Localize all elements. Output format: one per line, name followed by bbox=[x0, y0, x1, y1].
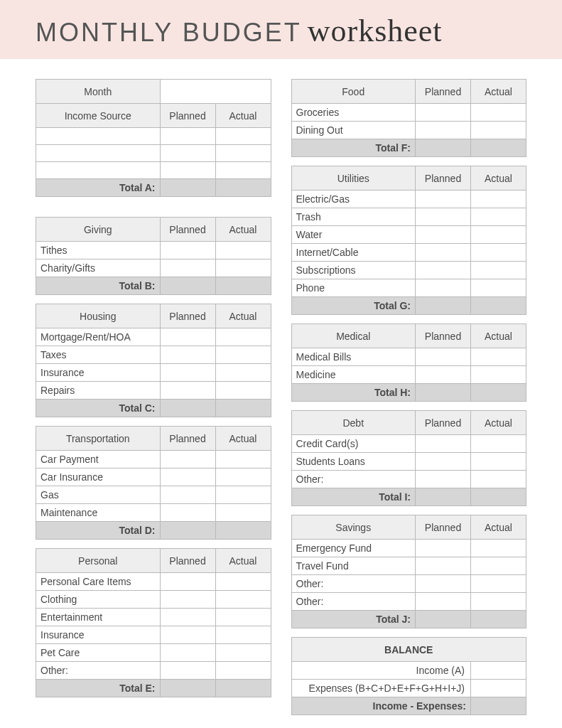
income-row[interactable] bbox=[36, 162, 161, 179]
line-item-planned[interactable] bbox=[160, 644, 215, 662]
category-total-actual[interactable] bbox=[471, 611, 526, 628]
line-item-planned[interactable] bbox=[416, 279, 471, 297]
planned-header: Planned bbox=[416, 411, 471, 435]
category-total-planned[interactable] bbox=[416, 384, 471, 402]
line-item-actual[interactable] bbox=[215, 573, 271, 591]
line-item-planned[interactable] bbox=[416, 244, 471, 262]
line-item-planned[interactable] bbox=[416, 453, 471, 471]
line-item-actual[interactable] bbox=[215, 469, 271, 486]
line-item-actual[interactable] bbox=[471, 575, 526, 593]
line-item-planned[interactable] bbox=[416, 262, 471, 279]
line-item-actual[interactable] bbox=[471, 191, 526, 208]
category-total-actual[interactable] bbox=[471, 139, 526, 157]
category-total-planned[interactable] bbox=[416, 611, 471, 628]
line-item-planned[interactable] bbox=[160, 346, 215, 364]
category-total-actual[interactable] bbox=[215, 680, 271, 697]
line-item-planned[interactable] bbox=[416, 557, 471, 575]
line-item-actual[interactable] bbox=[471, 122, 526, 139]
line-item-actual[interactable] bbox=[471, 471, 526, 488]
category-total-actual[interactable] bbox=[215, 277, 271, 295]
line-item-planned[interactable] bbox=[416, 435, 471, 453]
line-item-actual[interactable] bbox=[471, 104, 526, 122]
category-total-planned[interactable] bbox=[416, 139, 471, 157]
line-item-planned[interactable] bbox=[160, 242, 215, 259]
category-total-actual[interactable] bbox=[471, 488, 526, 506]
income-row[interactable] bbox=[36, 145, 161, 162]
line-item-planned[interactable] bbox=[160, 328, 215, 346]
category-total-planned[interactable] bbox=[416, 297, 471, 315]
income-row[interactable] bbox=[36, 128, 161, 145]
line-item-actual[interactable] bbox=[471, 226, 526, 244]
line-item-actual[interactable] bbox=[215, 504, 271, 522]
balance-income-value[interactable] bbox=[471, 662, 526, 680]
line-item-planned[interactable] bbox=[160, 573, 215, 591]
line-item-planned[interactable] bbox=[416, 471, 471, 488]
line-item-planned[interactable] bbox=[416, 122, 471, 139]
income-total-actual[interactable] bbox=[215, 179, 271, 197]
line-item-planned[interactable] bbox=[160, 609, 215, 626]
category-total-actual[interactable] bbox=[215, 522, 271, 540]
line-item-actual[interactable] bbox=[471, 244, 526, 262]
line-item-actual[interactable] bbox=[471, 593, 526, 611]
line-item-label: Phone bbox=[291, 279, 416, 297]
line-item-actual[interactable] bbox=[215, 328, 271, 346]
category-total-planned[interactable] bbox=[160, 277, 215, 295]
category-total-planned[interactable] bbox=[416, 488, 471, 506]
category-total-actual[interactable] bbox=[471, 297, 526, 315]
line-item-actual[interactable] bbox=[215, 591, 271, 609]
line-item-planned[interactable] bbox=[416, 366, 471, 384]
line-item-actual[interactable] bbox=[215, 242, 271, 259]
line-item-planned[interactable] bbox=[160, 504, 215, 522]
line-item-actual[interactable] bbox=[215, 626, 271, 644]
balance-title: BALANCE bbox=[291, 638, 526, 662]
line-item-planned[interactable] bbox=[160, 626, 215, 644]
line-item-actual[interactable] bbox=[471, 279, 526, 297]
line-item-planned[interactable] bbox=[160, 469, 215, 486]
line-item-actual[interactable] bbox=[471, 435, 526, 453]
line-item-planned[interactable] bbox=[416, 575, 471, 593]
line-item-actual[interactable] bbox=[215, 486, 271, 504]
month-value[interactable] bbox=[160, 80, 271, 104]
line-item-label: Gas bbox=[36, 486, 161, 504]
line-item-actual[interactable] bbox=[215, 364, 271, 382]
line-item-actual[interactable] bbox=[215, 662, 271, 680]
line-item-actual[interactable] bbox=[215, 346, 271, 364]
line-item-planned[interactable] bbox=[416, 104, 471, 122]
category-total-actual[interactable] bbox=[215, 400, 271, 417]
line-item-label: Insurance bbox=[36, 364, 161, 382]
category-total-actual[interactable] bbox=[471, 384, 526, 402]
line-item-planned[interactable] bbox=[160, 382, 215, 400]
line-item-actual[interactable] bbox=[471, 208, 526, 226]
line-item-planned[interactable] bbox=[416, 208, 471, 226]
line-item-planned[interactable] bbox=[160, 486, 215, 504]
line-item-actual[interactable] bbox=[215, 259, 271, 277]
line-item-actual[interactable] bbox=[471, 262, 526, 279]
line-item-planned[interactable] bbox=[160, 259, 215, 277]
line-item-actual[interactable] bbox=[215, 451, 271, 469]
line-item-planned[interactable] bbox=[416, 348, 471, 366]
line-item-actual[interactable] bbox=[471, 348, 526, 366]
line-item-planned[interactable] bbox=[160, 591, 215, 609]
line-item-actual[interactable] bbox=[471, 557, 526, 575]
line-item-planned[interactable] bbox=[416, 593, 471, 611]
line-item-actual[interactable] bbox=[215, 382, 271, 400]
line-item-actual[interactable] bbox=[215, 644, 271, 662]
category-total-planned[interactable] bbox=[160, 522, 215, 540]
income-total-planned[interactable] bbox=[160, 179, 215, 197]
line-item-label: Water bbox=[291, 226, 416, 244]
line-item-planned[interactable] bbox=[160, 364, 215, 382]
balance-expenses-value[interactable] bbox=[471, 680, 526, 697]
line-item-actual[interactable] bbox=[471, 453, 526, 471]
line-item-actual[interactable] bbox=[471, 366, 526, 384]
line-item-actual[interactable] bbox=[215, 609, 271, 626]
line-item-planned[interactable] bbox=[160, 662, 215, 680]
line-item-planned[interactable] bbox=[416, 226, 471, 244]
category-total-planned[interactable] bbox=[160, 400, 215, 417]
line-item-planned[interactable] bbox=[416, 540, 471, 557]
category-total-planned[interactable] bbox=[160, 680, 215, 697]
line-item-planned[interactable] bbox=[416, 191, 471, 208]
line-item-actual[interactable] bbox=[471, 540, 526, 557]
line-item-planned[interactable] bbox=[160, 451, 215, 469]
balance-net-value[interactable] bbox=[471, 697, 526, 715]
actual-header: Actual bbox=[471, 324, 526, 348]
